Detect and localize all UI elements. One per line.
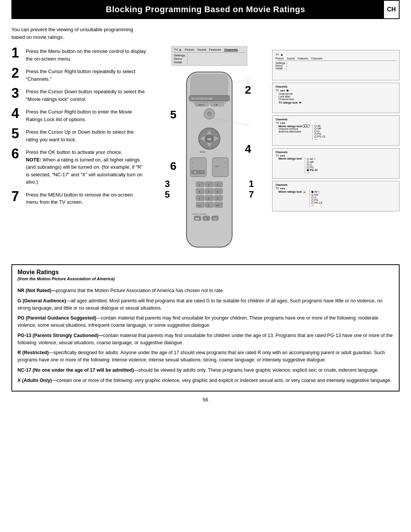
s4-movie-ratings-lock: Movie ratings lock [279,157,302,160]
sidebar-demo: Demo [174,57,185,61]
svg-text:MENU: MENU [200,151,206,153]
svg-text:−: − [225,166,226,169]
menu-item-channels: Channels [224,48,238,51]
step-6: 6 Press the OK button to activate your c… [11,147,147,186]
s1-sound: Sound [287,57,295,60]
page-number: 56 [11,397,400,403]
svg-text:0: 0 [208,204,209,207]
step-4: 4 Press the Cursor Right button to enter… [11,107,147,123]
svg-rect-30 [205,182,213,187]
step-7-number: 7 [11,190,23,203]
svg-rect-42 [205,195,213,201]
step-6-number: 6 [11,147,23,161]
screen3-options: All NR G PG PG-13 --- [312,125,325,141]
s4-opt-g: G [307,163,317,166]
s3-movie-ratings-lock: Movie ratings lock ►► [279,125,309,128]
step-2: 2 Press the Cursor Right button repeated… [11,66,147,83]
screen1-tv-label: TV ▲ [276,53,396,56]
s5-opt-dash: --- [311,204,322,207]
remote-svg: CBL VCR DVD SAT AMP Select II ■ ⊙ [169,68,249,255]
svg-rect-32 [214,182,223,187]
svg-rect-34 [196,189,204,194]
onscreen-menu-preview: TV ▲ Picture Sound Features Channels Set… [171,46,247,66]
svg-text:II ■: II ■ [214,104,218,106]
tv-screen-5: Channels TV ●●● Movie ratings lock 🔒 All… [272,181,400,211]
page-header: Blocking Programming Based on Movie Rati… [11,0,400,19]
tv-screen-2: Channels TV ●●● ◉ Channel list Lock afte… [272,83,400,113]
s1-picture: Picture [276,57,284,60]
svg-text:⊙: ⊙ [208,113,210,115]
s3-opt-all: All [314,125,325,127]
intro-text: You can prevent the viewing of unsuitabl… [11,26,141,41]
ch-badge: CH [383,0,400,19]
menu-top-bar: TV ▲ Picture Sound Features Channels [174,48,245,53]
screen5-body: Movie ratings lock 🔒 All ○ NR G PG PG-13… [279,190,396,207]
svg-text:CC: CC [198,204,201,207]
step-5-number: 5 [11,127,23,141]
step-3-text: Press the Cursor Down button repeatedly … [26,86,147,103]
menu-item-picture: Picture [185,48,194,51]
svg-text:▶▶: ▶▶ [196,217,199,220]
svg-rect-36 [205,189,213,194]
svg-text:−: − [192,166,193,169]
s2-tv-ratings-lock: TV ratings lock ► [279,101,396,104]
svg-text:CBL VCR DVD SAT AMP: CBL VCR DVD SAT AMP [191,97,213,100]
svg-text:7: 7 [199,197,200,200]
s4-opt-dash: --- [307,171,317,174]
tv-screen-1: TV ▲ Picture Sound Features Channels Set… [272,50,400,80]
rating-nc17: NC-17 (No one under the age of 17 will b… [18,367,393,374]
s3-opt-g: G [314,130,325,133]
tv-screen-4: Channels TV ●●● Movie ratings lock All ○… [272,148,400,179]
screen3-tv-row: TV ●●● [276,121,396,124]
svg-text:⊡⊡: ⊡⊡ [213,217,217,220]
overlay-3: 35 [165,179,170,200]
s3-channel-remove: Channel remove [279,128,309,130]
svg-rect-48 [205,202,213,208]
s1-settings: Settings [276,62,285,64]
movie-ratings-title: Movie Ratings [18,269,115,276]
sidebar-settings: Settings [174,54,185,57]
movie-ratings-header-area: Movie Ratings (from the Motion Picture A… [18,269,393,285]
screen1-menu-bar: Picture Sound Features Channels [276,57,396,61]
rating-pg: PG (Parental Guidance Suggested)—contain… [18,315,393,329]
svg-text:⊡: ⊡ [204,217,206,220]
s5-opt-g: G [311,196,322,199]
overlay-4: 4 [245,142,251,155]
s3-antenna-attenuator: Antenna attenuator [279,130,309,133]
s3-opt-nr: NR [314,127,325,130]
step-3: 3 Press the Cursor Down button repeatedl… [11,86,147,103]
screen2-tv-row: TV ●●● ◉ [276,89,396,92]
s2-channel-lock: Channel lock [279,98,396,101]
steps-column: 1 Press the Menu button on the remote co… [11,46,147,256]
step-7-text: Press the MENU button to remove the on-s… [26,190,147,206]
rating-x: X (Adults Only)—contain one or more of t… [18,377,393,384]
svg-rect-54 [203,216,210,220]
screen1-sidebar: Settings Demo Install [276,62,287,70]
s2-channel-list: Channel list [279,93,396,95]
s2-lock-after: Lock after [279,95,396,98]
s4-opt-pg: PG [307,166,317,169]
rating-pg13: PG-13 (Parents Strongly Cautioned)—conta… [18,332,393,347]
svg-text:3: 3 [217,184,218,186]
screen1-body: Settings Demo Install [276,62,396,70]
rating-r: R (Restricted)—specifically designed for… [18,349,393,364]
svg-text:Select: Select [198,104,204,106]
svg-text:◀: ◀ [194,171,196,173]
svg-rect-44 [214,195,223,201]
screen4-body: Movie ratings lock All ○ NR G PG PG-13 -… [279,157,396,174]
svg-text:+: + [192,161,193,163]
tv-screen-3: Channels TV ●●● Movie ratings lock ►► Ch… [272,115,400,146]
movie-ratings-section: Movie Ratings (from the Motion Picture A… [11,264,400,391]
svg-text:2: 2 [208,184,209,186]
step-4-text: Press the Cursor Right button to enter t… [26,107,147,123]
screen2-title: Channels [276,85,396,88]
s1-features: Features [298,57,308,60]
step-2-number: 2 [11,66,23,80]
step-4-number: 4 [11,107,23,120]
screen5-title: Channels [276,184,396,186]
svg-text:9: 9 [217,197,218,200]
screen5-tv-row: TV ●●● [276,187,396,190]
center-column: TV ▲ Picture Sound Features Channels Set… [150,46,268,256]
svg-text:5: 5 [208,190,209,193]
svg-rect-22 [191,170,205,174]
